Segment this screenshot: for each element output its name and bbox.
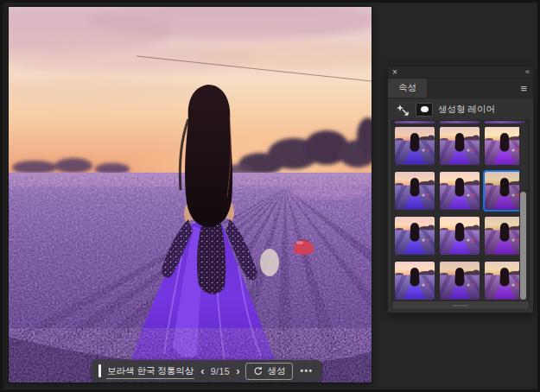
properties-panel: × « 속성 ≡ 생성형 레이어 — [387, 66, 534, 313]
prompt-caret-indicator — [98, 364, 101, 377]
layer-mask-thumbnail[interactable] — [416, 103, 433, 117]
variation-thumbnail[interactable] — [440, 127, 480, 165]
scrollbar-thumb[interactable] — [520, 192, 526, 300]
next-variation-button[interactable]: › — [235, 366, 240, 376]
variations-grid — [392, 121, 529, 300]
variation-thumbnail-partial[interactable] — [440, 121, 480, 123]
variation-row-partial — [395, 121, 524, 123]
variations-scroll-area — [391, 120, 530, 308]
variation-thumbnail[interactable] — [395, 127, 435, 165]
document-canvas[interactable]: 보라색 한국 정통의상 ‹ 9/15 › 생성 ••• — [9, 7, 372, 383]
panel-header: × « — [388, 66, 533, 79]
variation-counter: 9/15 — [211, 366, 230, 376]
collapse-panel-icon[interactable]: « — [525, 68, 529, 76]
variation-thumbnail[interactable] — [440, 217, 480, 255]
layer-type-label: 생성형 레이어 — [438, 104, 495, 116]
variation-thumbnail[interactable] — [440, 172, 480, 210]
panel-tab-bar: 속성 ≡ — [388, 79, 533, 98]
variation-thumbnail-partial[interactable] — [395, 121, 435, 123]
generative-layer-icon — [395, 103, 410, 116]
variation-thumbnail[interactable] — [395, 262, 435, 300]
panel-resize-gripper[interactable] — [391, 300, 530, 310]
previous-variation-button[interactable]: ‹ — [200, 366, 205, 376]
generate-button[interactable]: 생성 — [245, 363, 293, 380]
scrollbar-track[interactable] — [519, 123, 527, 306]
generated-image — [9, 7, 372, 383]
close-panel-icon[interactable]: × — [392, 68, 397, 77]
tab-properties[interactable]: 속성 — [388, 79, 428, 98]
more-options-button[interactable]: ••• — [298, 366, 314, 376]
variation-thumbnail[interactable] — [395, 172, 435, 210]
layer-type-row: 생성형 레이어 — [388, 98, 533, 120]
regenerate-icon — [253, 366, 263, 376]
generative-toolbar: 보라색 한국 정통의상 ‹ 9/15 › 생성 ••• — [92, 360, 321, 382]
generate-label: 생성 — [267, 365, 285, 377]
variation-thumbnail[interactable] — [395, 217, 435, 255]
variation-thumbnail-partial[interactable] — [485, 121, 524, 123]
panel-menu-icon[interactable]: ≡ — [514, 79, 533, 98]
variation-thumbnail[interactable] — [440, 262, 480, 300]
prompt-text[interactable]: 보라색 한국 정통의상 — [106, 364, 194, 379]
